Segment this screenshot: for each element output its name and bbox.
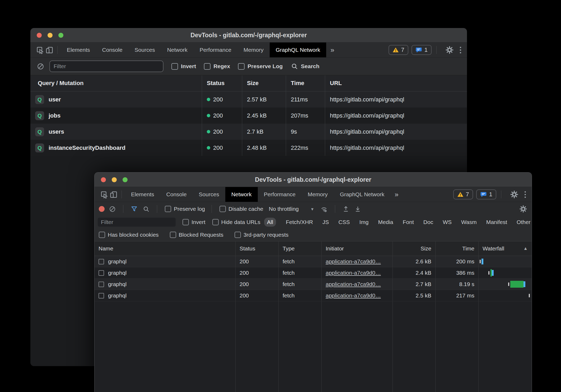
- tab-sources[interactable]: Sources: [193, 187, 225, 202]
- checkbox[interactable]: [165, 206, 171, 212]
- filter-funnel-icon[interactable]: [130, 205, 138, 213]
- search-icon[interactable]: [142, 205, 150, 213]
- col-status[interactable]: Status: [236, 241, 279, 256]
- request-row[interactable]: graphql 200 fetch application-a7ca9d0… 2…: [95, 256, 532, 267]
- tab-elements[interactable]: Elements: [61, 43, 96, 57]
- warnings-badge[interactable]: 7: [389, 45, 408, 55]
- col-url[interactable]: URL: [325, 75, 467, 91]
- disable-cache-checkbox[interactable]: Disable cache: [219, 206, 263, 212]
- type-filter-ws[interactable]: WS: [440, 218, 455, 227]
- tab-elements[interactable]: Elements: [125, 187, 160, 202]
- search-toggle[interactable]: Search: [291, 63, 319, 70]
- checkbox[interactable]: [99, 232, 105, 238]
- initiator-link[interactable]: application-a7ca9d0…: [326, 281, 381, 287]
- type-filter-other[interactable]: Other: [514, 218, 532, 227]
- import-har-icon[interactable]: [342, 205, 350, 213]
- close-button[interactable]: [37, 33, 42, 38]
- titlebar[interactable]: DevTools - gitlab.com/-/graphql-explorer: [30, 28, 467, 43]
- table-row[interactable]: Qusers 200 2.7 kB 9s https://gitlab.com/…: [30, 124, 467, 140]
- preserve-log-checkbox[interactable]: Preserve log: [165, 206, 205, 212]
- block-icon[interactable]: [36, 62, 45, 71]
- checkbox[interactable]: [171, 63, 178, 70]
- tab-network[interactable]: Network: [225, 187, 258, 202]
- type-filter-manifest[interactable]: Manifest: [483, 218, 510, 227]
- checkbox[interactable]: [238, 63, 245, 70]
- invert-checkbox[interactable]: Invert: [171, 63, 196, 70]
- network-settings-gear-icon[interactable]: [519, 205, 527, 213]
- col-size[interactable]: Size: [393, 241, 436, 256]
- export-har-icon[interactable]: [354, 205, 362, 213]
- inspect-element-icon[interactable]: [99, 190, 109, 199]
- tab-memory[interactable]: Memory: [302, 187, 334, 202]
- checkbox[interactable]: [219, 206, 226, 212]
- device-toolbar-icon[interactable]: [109, 190, 118, 199]
- has-blocked-cookies-checkbox[interactable]: Has blocked cookies: [99, 232, 159, 238]
- zoom-button[interactable]: [123, 177, 128, 182]
- type-filter-css[interactable]: CSS: [335, 218, 353, 227]
- type-filter-font[interactable]: Font: [400, 218, 417, 227]
- settings-gear-icon[interactable]: [446, 46, 454, 54]
- issues-badge[interactable]: 1: [476, 189, 496, 199]
- third-party-requests-checkbox[interactable]: 3rd-party requests: [235, 232, 288, 238]
- close-button[interactable]: [101, 177, 106, 182]
- col-time[interactable]: Time: [436, 241, 479, 256]
- record-network-log-button[interactable]: [99, 206, 105, 212]
- checkbox[interactable]: [183, 219, 189, 225]
- titlebar[interactable]: DevTools - gitlab.com/-/graphql-explorer: [95, 172, 532, 187]
- regex-checkbox[interactable]: Regex: [204, 63, 230, 70]
- col-status[interactable]: Status: [202, 75, 242, 91]
- initiator-link[interactable]: application-a7ca9d0…: [326, 270, 381, 276]
- initiator-link[interactable]: application-a7ca9d0…: [326, 258, 381, 265]
- kebab-menu-icon[interactable]: [460, 47, 461, 53]
- col-query-mutation[interactable]: Query / Mutation: [30, 75, 202, 91]
- row-checkbox[interactable]: [99, 270, 104, 276]
- hide-data-urls-checkbox[interactable]: Hide data URLs: [212, 219, 260, 225]
- zoom-button[interactable]: [58, 33, 63, 38]
- col-time[interactable]: Time: [286, 75, 325, 91]
- table-row[interactable]: Quser 200 2.57 kB 211ms https://gitlab.c…: [30, 91, 467, 108]
- inspect-element-icon[interactable]: [35, 45, 45, 55]
- minimize-button[interactable]: [48, 33, 53, 38]
- checkbox[interactable]: [170, 232, 176, 238]
- type-filter-media[interactable]: Media: [375, 218, 396, 227]
- type-filter-img[interactable]: Img: [357, 218, 372, 227]
- kebab-menu-icon[interactable]: [525, 191, 526, 198]
- invert-checkbox[interactable]: Invert: [183, 219, 205, 225]
- tab-network[interactable]: Network: [161, 43, 194, 57]
- throttling-select[interactable]: No throttling ▼: [269, 206, 314, 212]
- blocked-requests-checkbox[interactable]: Blocked Requests: [170, 232, 223, 238]
- filter-input[interactable]: [49, 60, 163, 72]
- settings-gear-icon[interactable]: [510, 190, 518, 198]
- row-checkbox[interactable]: [99, 293, 104, 298]
- table-row[interactable]: QinstanceSecurityDashboard 200 2.48 kB 2…: [30, 140, 467, 156]
- tab-performance[interactable]: Performance: [194, 43, 237, 57]
- network-filter-input[interactable]: [98, 218, 176, 227]
- col-initiator[interactable]: Initiator: [322, 241, 393, 256]
- type-filter-wasm[interactable]: Wasm: [458, 218, 480, 227]
- type-filter-fetch-xhr[interactable]: Fetch/XHR: [283, 218, 316, 227]
- type-filter-doc[interactable]: Doc: [420, 218, 436, 227]
- request-row[interactable]: graphql 200 fetch application-a7ca9d0… 2…: [95, 290, 532, 301]
- more-tabs-chevron-icon[interactable]: »: [395, 190, 398, 199]
- tab-console[interactable]: Console: [96, 43, 129, 57]
- tab-performance[interactable]: Performance: [258, 187, 302, 202]
- request-row[interactable]: graphql 200 fetch application-a7ca9d0… 2…: [95, 267, 532, 279]
- type-filter-js[interactable]: JS: [320, 218, 332, 227]
- preserve-log-checkbox[interactable]: Preserve Log: [238, 63, 283, 70]
- tab-console[interactable]: Console: [160, 187, 193, 202]
- more-tabs-chevron-icon[interactable]: »: [330, 46, 334, 54]
- row-checkbox[interactable]: [99, 259, 104, 264]
- tab-graphql-network[interactable]: GraphQL Network: [334, 187, 390, 202]
- type-filter-all[interactable]: All: [264, 218, 276, 227]
- issues-badge[interactable]: 1: [412, 45, 432, 55]
- col-waterfall[interactable]: Waterfall ▲: [479, 241, 532, 256]
- checkbox[interactable]: [212, 219, 219, 225]
- col-type[interactable]: Type: [279, 241, 322, 256]
- checkbox[interactable]: [235, 232, 241, 238]
- request-row[interactable]: graphql 200 fetch application-a7ca9d0… 2…: [95, 279, 532, 290]
- network-conditions-icon[interactable]: [320, 205, 328, 213]
- col-size[interactable]: Size: [242, 75, 286, 91]
- tab-sources[interactable]: Sources: [129, 43, 161, 57]
- col-name[interactable]: Name: [95, 241, 236, 256]
- row-checkbox[interactable]: [99, 282, 104, 287]
